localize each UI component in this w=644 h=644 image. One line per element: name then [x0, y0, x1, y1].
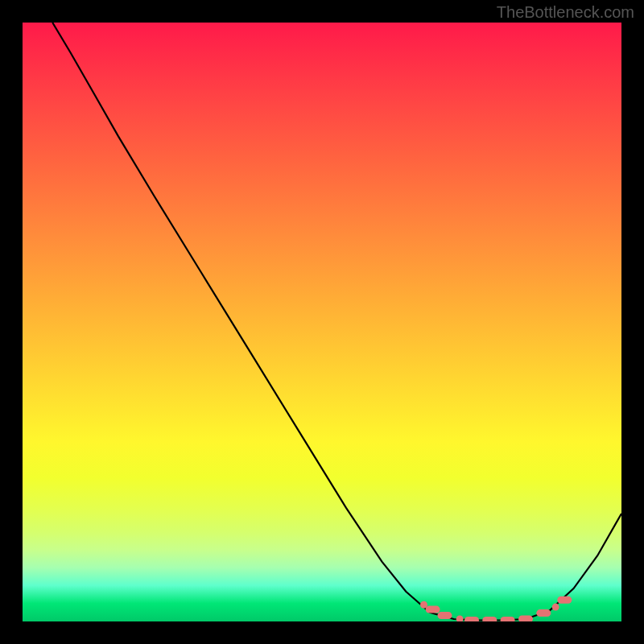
chart-plot-area [23, 23, 621, 621]
chart-marker [552, 604, 559, 611]
chart-marker [438, 612, 452, 619]
chart-marker [464, 617, 479, 621]
chart-marker [456, 616, 464, 622]
chart-marker [518, 616, 533, 622]
chart-marker [557, 597, 572, 604]
chart-marker [426, 606, 440, 613]
chart-svg [23, 23, 621, 621]
chart-curve [52, 23, 621, 621]
chart-marker [501, 617, 515, 621]
chart-markers [420, 597, 572, 621]
chart-marker [482, 617, 497, 621]
chart-marker [536, 609, 551, 617]
watermark-text: TheBottleneck.com [497, 3, 634, 22]
